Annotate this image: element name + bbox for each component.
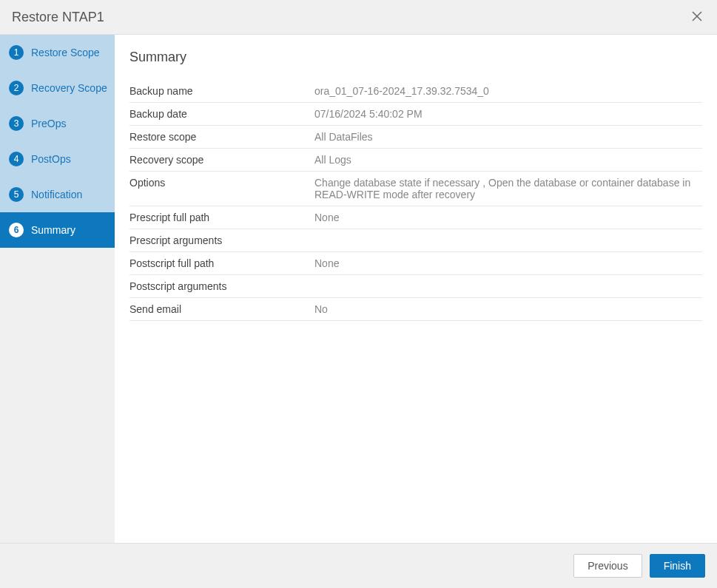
step-number: 5 (9, 187, 24, 202)
summary-label: Prescript full path (129, 206, 314, 229)
summary-row-backup-name: Backup name ora_01_07-16-2024_17.39.32.7… (129, 80, 702, 103)
step-number: 4 (9, 152, 24, 166)
summary-label: Backup date (129, 103, 314, 126)
dialog-body: 1 Restore Scope 2 Recovery Scope 3 PreOp… (0, 35, 717, 543)
close-icon (692, 11, 702, 21)
restore-dialog: Restore NTAP1 1 Restore Scope 2 Recovery… (0, 0, 717, 588)
summary-row-restore-scope: Restore scope All DataFiles (129, 126, 702, 149)
summary-row-backup-date: Backup date 07/16/2024 5:40:02 PM (129, 103, 702, 126)
step-number: 3 (9, 116, 24, 131)
summary-row-postscript-args: Postscript arguments (129, 275, 702, 298)
step-label: PreOps (31, 118, 66, 129)
dialog-title: Restore NTAP1 (12, 10, 104, 25)
step-label: Restore Scope (31, 47, 100, 58)
summary-label: Postscript full path (129, 252, 314, 275)
summary-value: None (314, 252, 702, 275)
summary-value: No (314, 298, 702, 321)
summary-row-options: Options Change database state if necessa… (129, 172, 702, 206)
summary-row-send-email: Send email No (129, 298, 702, 321)
content-area: Summary Backup name ora_01_07-16-2024_17… (115, 35, 717, 543)
summary-value: All Logs (314, 149, 702, 172)
dialog-header: Restore NTAP1 (0, 0, 717, 35)
content-title: Summary (129, 50, 702, 65)
summary-value (314, 275, 702, 298)
step-label: Recovery Scope (31, 82, 107, 94)
summary-row-prescript-path: Prescript full path None (129, 206, 702, 229)
summary-value: All DataFiles (314, 126, 702, 149)
step-label: Summary (31, 224, 75, 236)
wizard-sidebar: 1 Restore Scope 2 Recovery Scope 3 PreOp… (0, 35, 115, 543)
summary-row-postscript-path: Postscript full path None (129, 252, 702, 275)
step-notification[interactable]: 5 Notification (0, 177, 115, 212)
summary-value: 07/16/2024 5:40:02 PM (314, 103, 702, 126)
summary-label: Restore scope (129, 126, 314, 149)
summary-value: ora_01_07-16-2024_17.39.32.7534_0 (314, 80, 702, 103)
summary-table: Backup name ora_01_07-16-2024_17.39.32.7… (129, 80, 702, 321)
step-number: 1 (9, 45, 24, 60)
close-button[interactable] (689, 7, 705, 27)
summary-value: None (314, 206, 702, 229)
summary-label: Send email (129, 298, 314, 321)
summary-value (314, 229, 702, 252)
step-number: 6 (9, 223, 24, 237)
finish-button[interactable]: Finish (650, 554, 705, 578)
previous-button[interactable]: Previous (573, 554, 642, 578)
summary-value: Change database state if necessary , Ope… (314, 172, 702, 206)
step-label: PostOps (31, 153, 71, 165)
summary-label: Options (129, 172, 314, 206)
step-postops[interactable]: 4 PostOps (0, 141, 115, 177)
summary-label: Prescript arguments (129, 229, 314, 252)
summary-label: Backup name (129, 80, 314, 103)
summary-label: Recovery scope (129, 149, 314, 172)
step-number: 2 (9, 81, 24, 95)
step-label: Notification (31, 189, 82, 200)
summary-row-recovery-scope: Recovery scope All Logs (129, 149, 702, 172)
step-summary[interactable]: 6 Summary (0, 212, 115, 248)
step-recovery-scope[interactable]: 2 Recovery Scope (0, 70, 115, 106)
step-preops[interactable]: 3 PreOps (0, 106, 115, 141)
dialog-footer: Previous Finish (0, 543, 717, 588)
step-restore-scope[interactable]: 1 Restore Scope (0, 35, 115, 70)
summary-row-prescript-args: Prescript arguments (129, 229, 702, 252)
summary-label: Postscript arguments (129, 275, 314, 298)
